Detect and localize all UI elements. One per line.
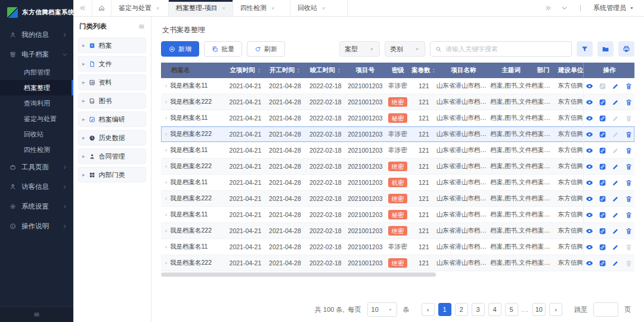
expand-caret-icon[interactable]: ▸ bbox=[82, 98, 85, 104]
row-expand-icon[interactable]: › bbox=[165, 131, 167, 137]
link-button[interactable] bbox=[599, 131, 606, 138]
tabs-scroll-right-icon[interactable] bbox=[545, 5, 552, 11]
link-button[interactable] bbox=[599, 227, 606, 235]
edit-button[interactable] bbox=[612, 98, 620, 106]
sidebar-item-system-settings[interactable]: 系统设置 bbox=[0, 197, 73, 216]
link-button[interactable] bbox=[599, 243, 606, 251]
column-header-4[interactable]: 竣工时间 bbox=[305, 66, 346, 75]
table-row[interactable]: ›我是档案名112021-04-212021-04-282022-02-1820… bbox=[161, 239, 634, 255]
link-button[interactable] bbox=[599, 211, 606, 219]
tree-item-contract-mgmt[interactable]: ▸合同管理 bbox=[78, 148, 146, 164]
edit-button[interactable] bbox=[612, 243, 620, 251]
link-button[interactable] bbox=[599, 179, 606, 187]
tab-close-icon[interactable]: × bbox=[156, 5, 159, 11]
row-expand-icon[interactable]: › bbox=[165, 163, 167, 169]
edit-button[interactable] bbox=[612, 259, 620, 267]
row-expand-icon[interactable]: › bbox=[165, 115, 167, 121]
add-button[interactable]: 新增 bbox=[161, 41, 199, 57]
table-row[interactable]: ›我是档案名2222021-04-212021-04-282022-02-182… bbox=[161, 223, 634, 239]
next-page-button[interactable]: › bbox=[549, 303, 562, 316]
tree-item-material[interactable]: ▸资料 bbox=[78, 75, 146, 90]
tab-four-property-check[interactable]: 四性检测× bbox=[233, 0, 290, 16]
edit-button[interactable] bbox=[612, 82, 620, 90]
edit-button[interactable] bbox=[612, 195, 620, 203]
folder-export-button[interactable] bbox=[597, 41, 614, 57]
sidebar-subitem-query-use[interactable]: 查询利用 bbox=[0, 95, 73, 111]
delete-button[interactable] bbox=[625, 163, 633, 171]
case-type-select[interactable]: 案型 bbox=[339, 41, 380, 57]
row-expand-icon[interactable]: › bbox=[165, 147, 167, 153]
expand-caret-icon[interactable]: ▸ bbox=[82, 116, 85, 122]
refresh-button[interactable]: 刷新 bbox=[247, 41, 285, 57]
delete-button[interactable] bbox=[625, 98, 633, 106]
home-icon[interactable] bbox=[92, 0, 112, 16]
jump-page-input[interactable] bbox=[593, 302, 618, 317]
expand-caret-icon[interactable]: ▸ bbox=[82, 172, 85, 178]
expand-caret-icon[interactable]: ▸ bbox=[82, 79, 85, 85]
delete-button[interactable] bbox=[625, 82, 633, 90]
view-button[interactable] bbox=[586, 147, 593, 154]
edit-button[interactable] bbox=[612, 179, 620, 187]
view-button[interactable] bbox=[586, 259, 593, 267]
tree-item-internal-category[interactable]: ▸内部门类 bbox=[78, 167, 146, 182]
filter-button[interactable] bbox=[577, 41, 593, 57]
table-row[interactable]: ›我是档案名112021-04-212021-04-282022-02-1820… bbox=[161, 207, 634, 223]
table-row[interactable]: ›我是档案名112021-04-212021-04-282022-02-1820… bbox=[161, 110, 634, 126]
sidebar-subitem-four-property-check[interactable]: 四性检测 bbox=[0, 142, 73, 157]
column-header-3[interactable]: 开工时间 bbox=[265, 66, 305, 75]
table-row[interactable]: ›我是档案名2222021-04-212021-04-282022-02-182… bbox=[161, 191, 634, 207]
user-menu[interactable]: 系统管理员 bbox=[593, 4, 634, 13]
sidebar-collapse-button[interactable] bbox=[0, 306, 73, 322]
delete-button[interactable] bbox=[625, 147, 633, 154]
tab-archive-organize-project[interactable]: 档案整理-项目× bbox=[169, 0, 233, 16]
expand-caret-icon[interactable]: ▸ bbox=[82, 42, 85, 48]
prev-page-button[interactable]: ‹ bbox=[422, 303, 435, 316]
edit-button[interactable] bbox=[612, 227, 620, 235]
page-button-10[interactable]: 10 bbox=[532, 303, 546, 316]
view-button[interactable] bbox=[586, 195, 593, 203]
table-row[interactable]: ›我是档案名112021-04-212021-04-282022-02-1820… bbox=[161, 175, 634, 191]
view-button[interactable] bbox=[586, 163, 593, 171]
search-input[interactable] bbox=[445, 45, 566, 52]
delete-button[interactable] bbox=[625, 131, 633, 138]
delete-button[interactable] bbox=[625, 227, 633, 235]
tree-item-history-data[interactable]: ▸历史数据 bbox=[78, 130, 146, 145]
tabs-scroll-left-icon[interactable] bbox=[73, 0, 92, 16]
row-expand-icon[interactable]: › bbox=[165, 99, 167, 105]
sidebar-subitem-archive-organize[interactable]: 档案整理 bbox=[0, 80, 73, 95]
expand-caret-icon[interactable]: ▸ bbox=[82, 61, 85, 67]
batch-button[interactable]: 批量 bbox=[204, 41, 242, 57]
column-header-2[interactable]: 立项时间 bbox=[226, 66, 265, 75]
link-button[interactable] bbox=[599, 195, 606, 203]
horizontal-scrollbar[interactable] bbox=[161, 273, 634, 277]
tab-close-icon[interactable]: × bbox=[322, 5, 325, 11]
view-button[interactable] bbox=[586, 114, 593, 122]
tabs-dropdown-icon[interactable] bbox=[561, 5, 568, 11]
view-button[interactable] bbox=[586, 131, 593, 138]
tree-item-archive-research[interactable]: ▸档案编研 bbox=[78, 112, 146, 127]
view-button[interactable] bbox=[586, 243, 593, 251]
tab-close-icon[interactable]: × bbox=[271, 5, 274, 11]
page-button-5[interactable]: 5 bbox=[505, 303, 518, 316]
more-options-icon[interactable] bbox=[577, 5, 584, 11]
scrollbar-thumb[interactable] bbox=[161, 273, 436, 277]
expand-caret-icon[interactable]: ▸ bbox=[82, 135, 85, 141]
column-header-7[interactable]: 案卷数 bbox=[411, 66, 437, 75]
table-row[interactable]: ›我是档案名2222021-04-212021-04-282022-02-182… bbox=[161, 255, 634, 271]
tree-item-book[interactable]: ▸图书 bbox=[78, 93, 146, 109]
link-button[interactable] bbox=[599, 147, 606, 154]
row-expand-icon[interactable]: › bbox=[165, 260, 167, 266]
page-button-3[interactable]: 3 bbox=[472, 303, 485, 316]
delete-button[interactable] bbox=[625, 211, 633, 219]
category-select[interactable]: 类别 bbox=[385, 41, 425, 57]
sidebar-subitem-appraisal-disposal[interactable]: 鉴定与处置 bbox=[0, 111, 73, 126]
view-button[interactable] bbox=[586, 98, 593, 106]
tab-appraisal-disposal[interactable]: 鉴定与处置× bbox=[112, 0, 169, 16]
row-expand-icon[interactable]: › bbox=[165, 196, 167, 202]
tree-item-file[interactable]: ▸文件 bbox=[78, 56, 146, 72]
link-button[interactable] bbox=[599, 163, 606, 171]
tab-close-icon[interactable]: × bbox=[222, 5, 225, 11]
per-page-select[interactable]: 10 bbox=[367, 302, 397, 317]
link-button[interactable] bbox=[599, 259, 606, 267]
edit-button[interactable] bbox=[612, 163, 620, 171]
